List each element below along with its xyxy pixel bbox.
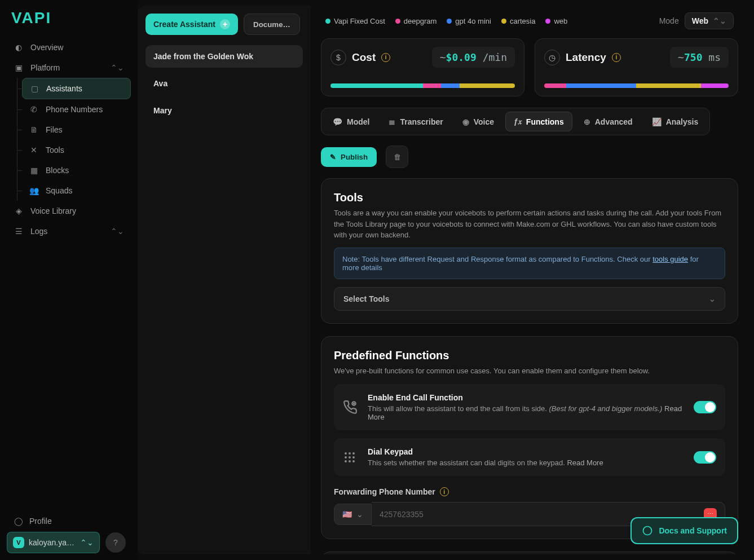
info-icon[interactable]: i xyxy=(440,487,449,496)
pie-chart-icon: ◐ xyxy=(14,42,24,52)
latency-bar xyxy=(544,83,729,88)
wrench-icon: ✕ xyxy=(29,145,39,155)
documentation-button[interactable]: Docume… xyxy=(244,14,300,35)
avatar-icon: ◯ xyxy=(14,516,24,526)
button-label: Docs and Support xyxy=(659,526,727,535)
user-name: kaloyan.ya… xyxy=(29,538,76,547)
nav-blocks[interactable]: ▦ Blocks xyxy=(22,160,131,180)
nav-phone-numbers[interactable]: ✆ Phone Numbers xyxy=(22,99,131,120)
transcriber-icon: ≣ xyxy=(389,117,395,126)
nav-label: Files xyxy=(46,125,63,134)
tab-transcriber[interactable]: ≣Transcriber xyxy=(381,112,451,131)
nav-voice-library[interactable]: ◈ Voice Library xyxy=(7,201,131,221)
legend-item: deepgram xyxy=(395,17,437,25)
create-assistant-button[interactable]: Create Assistant + xyxy=(145,14,238,35)
phone-add-icon xyxy=(343,400,359,415)
cost-card: $ Cost i ~$0.09 /min xyxy=(321,38,524,96)
assistant-list-panel: Create Assistant + Docume… Jade from the… xyxy=(138,6,311,554)
cost-value: ~$0.09 /min xyxy=(432,47,515,68)
card-desc: Tools are a way you can enable your voic… xyxy=(334,208,725,241)
model-icon: 💬 xyxy=(333,117,342,126)
end-call-toggle[interactable] xyxy=(694,401,716,413)
nav-assistants[interactable]: ▢ Assistants xyxy=(22,78,131,99)
nav-label: Profile xyxy=(29,517,52,526)
dot-icon xyxy=(325,19,330,24)
help-button[interactable]: ? xyxy=(105,532,126,553)
tab-analysis[interactable]: 📈Analysis xyxy=(644,112,707,131)
nav-label: Blocks xyxy=(46,166,69,175)
svg-point-1 xyxy=(345,452,347,455)
nav-label: Logs xyxy=(30,227,47,236)
nav-files[interactable]: 🗎 Files xyxy=(22,120,131,140)
fn-desc: This sets whether the assistant can dial… xyxy=(368,458,685,467)
tab-voice[interactable]: ◉Voice xyxy=(455,112,502,131)
card-desc: We've pre-built functions for common use… xyxy=(334,365,725,377)
svg-point-6 xyxy=(352,456,355,458)
flag-icon: 🇺🇸 xyxy=(342,510,352,519)
mode-select[interactable]: Web ⌃⌄ xyxy=(685,12,734,29)
user-square-icon: ▢ xyxy=(29,83,39,94)
nav-profile[interactable]: ◯ Profile xyxy=(7,510,131,532)
analysis-icon: 📈 xyxy=(652,117,662,126)
dot-icon xyxy=(501,19,506,24)
end-call-function-row: Enable End Call Function This will allow… xyxy=(334,384,725,430)
cost-legend: Vapi Fixed Costdeepgramgpt 4o minicartes… xyxy=(325,17,567,25)
nav-overview[interactable]: ◐ Overview xyxy=(7,37,131,58)
svg-point-8 xyxy=(349,460,351,462)
chevron-updown-icon: ⌃⌄ xyxy=(80,538,94,547)
tools-note: Note: Tools have different Request and R… xyxy=(334,248,725,279)
nav-platform-sub: ▢ Assistants ✆ Phone Numbers 🗎 Files ✕ T… xyxy=(17,78,131,201)
legend-item: Vapi Fixed Cost xyxy=(325,17,385,25)
dot-icon xyxy=(447,19,452,24)
sidebar: VAPI ◐ Overview ▣ Platform ⌃⌄ ▢ Assistan… xyxy=(0,0,138,560)
info-icon[interactable]: i xyxy=(381,53,390,62)
chevron-updown-icon: ⌃⌄ xyxy=(111,63,124,72)
predefined-functions-card: Predefined Functions We've pre-built fun… xyxy=(321,336,738,540)
svg-point-4 xyxy=(345,456,347,458)
country-code-dropdown[interactable]: 🇺🇸 ⌄ xyxy=(334,504,372,525)
nav-label: Assistants xyxy=(46,84,82,93)
tab-advanced[interactable]: ⊕Advanced xyxy=(576,112,641,131)
read-more-link[interactable]: Read More xyxy=(567,458,603,467)
user-switcher[interactable]: V kaloyan.ya… ⌃⌄ xyxy=(7,532,100,553)
tab-model[interactable]: 💬Model xyxy=(325,112,377,131)
nav-squads[interactable]: 👥 Squads xyxy=(22,180,131,201)
tools-card: Tools Tools are a way you can enable you… xyxy=(321,178,738,324)
fn-title: Dial Keypad xyxy=(368,447,685,456)
trash-icon: 🗑 xyxy=(394,153,401,161)
dial-keypad-toggle[interactable] xyxy=(694,451,716,464)
chevron-down-icon: ⌄ xyxy=(356,510,363,519)
card-title: Predefined Functions xyxy=(334,349,725,362)
publish-button[interactable]: ✎ Publish xyxy=(321,147,377,167)
chevron-updown-icon: ⌃⌄ xyxy=(713,16,726,25)
assistant-list-item[interactable]: Mary xyxy=(145,99,303,122)
svg-point-3 xyxy=(352,452,355,455)
info-icon[interactable]: i xyxy=(612,53,621,62)
blocks-icon: ▦ xyxy=(29,165,39,175)
mode-label: Mode xyxy=(659,16,679,25)
button-label: Create Assistant xyxy=(153,20,215,29)
nav-platform[interactable]: ▣ Platform ⌃⌄ xyxy=(7,58,131,78)
svg-point-7 xyxy=(345,460,347,462)
svg-point-9 xyxy=(352,460,355,462)
users-icon: 👥 xyxy=(29,186,39,196)
forwarding-number-label: Forwarding Phone Number i xyxy=(334,487,725,496)
nav-logs[interactable]: ☰ Logs ⌃⌄ xyxy=(7,221,131,241)
help-icon: ? xyxy=(113,538,118,547)
delete-button[interactable]: 🗑 xyxy=(386,145,408,168)
chevron-updown-icon: ⌃⌄ xyxy=(111,227,124,236)
dollar-icon: $ xyxy=(330,50,346,65)
assistant-list-item[interactable]: Ava xyxy=(145,72,303,95)
tab-functions[interactable]: ƒ𝑥Functions xyxy=(505,112,572,131)
docs-support-button[interactable]: Docs and Support xyxy=(630,517,738,544)
legend-item: gpt 4o mini xyxy=(447,17,491,25)
assistant-list-item[interactable]: Jade from the Golden Wok xyxy=(145,45,303,68)
tools-guide-link[interactable]: tools guide xyxy=(652,255,688,263)
stopwatch-icon: ◷ xyxy=(544,50,560,65)
wave-icon: ◈ xyxy=(14,206,24,216)
dot-icon xyxy=(395,19,400,24)
phone-icon: ✆ xyxy=(29,104,39,114)
dot-icon xyxy=(545,19,550,24)
nav-tools[interactable]: ✕ Tools xyxy=(22,140,131,160)
select-tools-dropdown[interactable]: Select Tools ⌄ xyxy=(334,287,725,311)
